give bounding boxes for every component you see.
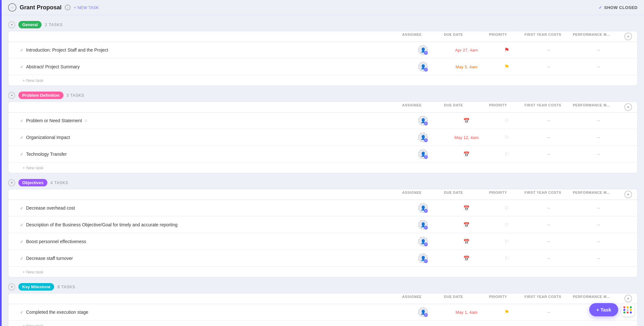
priority-cell[interactable]: ⚐ [489,205,524,211]
due-date-cell[interactable]: 📅 [444,118,489,124]
add-column-button[interactable]: + [624,103,632,111]
task-name-text[interactable]: Technology Transfer [26,152,67,157]
avatar-add-icon: + [424,259,428,263]
grid-view-button[interactable] [621,303,634,316]
table-row[interactable]: ✓ Organizational Impact 👤 + May 12, 4am … [8,129,637,146]
due-date-cell[interactable]: 📅 [444,239,489,245]
calendar-icon[interactable]: 📅 [463,205,470,211]
cost-dash: – [547,309,550,315]
due-date-cell[interactable]: 📅 [444,151,489,157]
assignee-avatar[interactable]: 👤 + [418,220,428,230]
due-date-cell[interactable]: May 12, 4am [444,135,489,140]
add-column-button[interactable]: + [624,191,632,198]
task-name-text[interactable]: Description of the Business Objective/Go… [26,222,178,227]
assignee-avatar[interactable]: 👤 + [418,253,428,263]
task-check-icon[interactable]: ✓ [20,222,24,227]
task-name-text[interactable]: Decrease overhead cost [26,205,75,211]
task-check-icon[interactable]: ✓ [20,310,24,315]
priority-cell[interactable]: ⚑ [489,46,524,54]
task-check-icon[interactable]: ✓ [20,152,24,157]
section-toggle-key-milestone[interactable]: ▾ [8,283,15,291]
task-name-text[interactable]: Organizational Impact [26,135,70,140]
section-badge-general[interactable]: General [18,21,42,28]
table-row[interactable]: ✓ Introduction: Project Staff and the Pr… [8,42,637,58]
col-performance: PERFORMANCE M... [573,191,624,198]
calendar-icon[interactable]: 📅 [463,118,470,124]
new-task-row-problem-definition[interactable]: + New task [8,163,637,173]
table-row[interactable]: ✓ Technology Transfer 👤 + 📅 ⚐ – – [8,146,637,163]
due-date-cell[interactable]: Apr 27, 4am [444,48,489,53]
section-badge-problem-definition[interactable]: Problem Definition [18,92,63,99]
section-body-objectives: ASSIGNEE DUE DATE PRIORITY FIRST YEAR CO… [8,189,638,277]
task-check-icon[interactable]: ✓ [20,206,24,211]
calendar-icon[interactable]: 📅 [463,239,470,245]
due-date-cell[interactable]: 📅 [444,205,489,211]
project-toggle[interactable]: ○ [8,3,16,12]
section-badge-objectives[interactable]: Objectives [18,179,47,186]
info-icon[interactable]: i [65,5,71,10]
assignee-avatar[interactable]: 👤 + [418,116,428,125]
task-name-text[interactable]: Decrease staff turnover [26,256,73,261]
task-name-text[interactable]: Problem or Need Statement [26,118,82,123]
task-name-text[interactable]: Boost personnel effectiveness [26,239,86,244]
due-date-cell[interactable]: 📅 [444,222,489,228]
add-task-fab[interactable]: + Task [589,303,618,316]
priority-cell[interactable]: ⚐ [489,239,524,245]
priority-cell[interactable]: ⚐ [489,222,524,228]
add-column-button[interactable]: + [624,33,632,40]
task-name-cell: ✓ Decrease staff turnover [8,256,402,261]
calendar-icon[interactable]: 📅 [463,151,470,157]
section-badge-key-milestone[interactable]: Key Milestone [18,283,54,291]
task-name-text[interactable]: Introduction: Project Staff and the Proj… [26,47,108,53]
task-check-icon[interactable]: ✓ [20,239,24,244]
section-objectives: ▾ Objectives 4 TASKS ASSIGNEE DUE DATE P… [8,176,638,277]
due-date-cell[interactable]: May 5, 4am [444,64,489,69]
priority-cell[interactable]: ⚑ [489,309,524,316]
table-row[interactable]: ✓ Boost personnel effectiveness 👤 + 📅 ⚐ … [8,233,637,250]
new-task-row-key-milestone[interactable]: + New task [8,321,637,326]
add-column-button[interactable]: + [624,295,632,302]
col-due-date: DUE DATE [444,33,489,40]
task-check-icon[interactable]: ✓ [20,48,24,53]
table-row[interactable]: ✓ Problem or Need Statement ≡ 👤 + 📅 ⚐ – … [8,113,637,129]
show-closed-button[interactable]: ✓ SHOW CLOSED [599,5,638,10]
calendar-icon[interactable]: 📅 [463,222,470,228]
priority-cell[interactable]: ⚐ [489,255,524,262]
performance-cell: – [573,47,624,53]
assignee-avatar[interactable]: 👤 + [418,62,428,72]
priority-cell[interactable]: ⚑ [489,63,524,70]
assignee-avatar[interactable]: 👤 + [418,45,428,55]
task-check-icon[interactable]: ✓ [20,256,24,261]
due-date-cell[interactable]: 📅 [444,255,489,262]
calendar-icon[interactable]: 📅 [463,255,470,262]
section-toggle-objectives[interactable]: ▾ [8,179,15,186]
task-menu-icon[interactable]: ≡ [85,118,87,123]
priority-cell[interactable]: ⚐ [489,151,524,157]
task-check-icon[interactable]: ✓ [20,64,24,69]
assignee-avatar[interactable]: 👤 + [418,237,428,246]
task-name-text[interactable]: Completed the execution stage [26,310,88,315]
assignee-avatar[interactable]: 👤 + [418,133,428,142]
new-task-row-general[interactable]: + New task [8,75,637,85]
assignee-avatar[interactable]: 👤 + [418,307,428,317]
col-task-name [20,103,402,111]
task-check-icon[interactable]: ✓ [20,135,24,140]
assignee-cell: 👤 + [402,220,444,230]
table-row[interactable]: ✓ Description of the Business Objective/… [8,217,637,233]
assignee-avatar[interactable]: 👤 + [418,203,428,213]
due-date-cell[interactable]: May 1, 4am [444,310,489,315]
table-row[interactable]: ✓ Decrease staff turnover 👤 + 📅 ⚐ – – [8,250,637,267]
table-row[interactable]: ✓ Completed the execution stage 👤 + May … [8,304,637,321]
task-name-text[interactable]: Abstract/ Project Summary [26,64,80,69]
table-row[interactable]: ✓ Abstract/ Project Summary 👤 + May 5, 4… [8,59,637,75]
check-icon: ✓ [599,5,602,10]
new-task-button[interactable]: + NEW TASK [74,5,99,10]
new-task-row-objectives[interactable]: + New task [8,267,637,277]
section-toggle-general[interactable]: ▾ [8,21,15,28]
priority-cell[interactable]: ⚐ [489,118,524,124]
table-row[interactable]: ✓ Decrease overhead cost 👤 + 📅 ⚐ – – [8,200,637,216]
task-check-icon[interactable]: ✓ [20,118,24,123]
assignee-avatar[interactable]: 👤 + [418,149,428,159]
section-toggle-problem-definition[interactable]: ▾ [8,92,15,99]
priority-cell[interactable]: ⚐ [489,134,524,141]
